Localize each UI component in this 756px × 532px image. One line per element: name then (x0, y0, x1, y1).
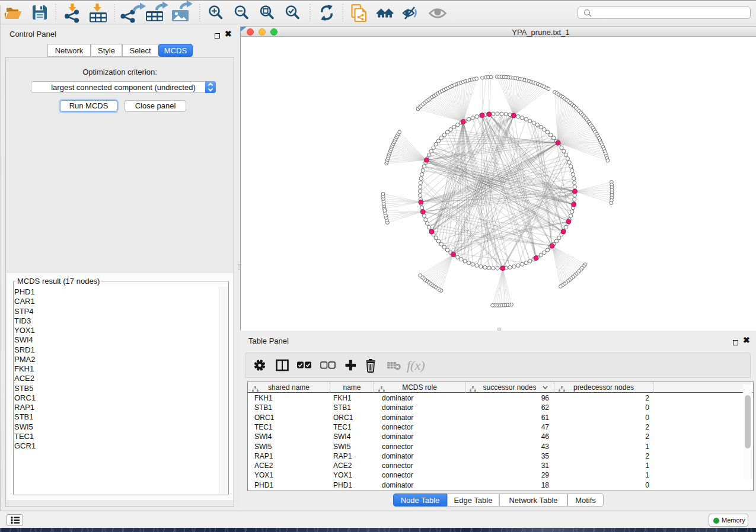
svg-text:f(x): f(x) (407, 358, 425, 373)
